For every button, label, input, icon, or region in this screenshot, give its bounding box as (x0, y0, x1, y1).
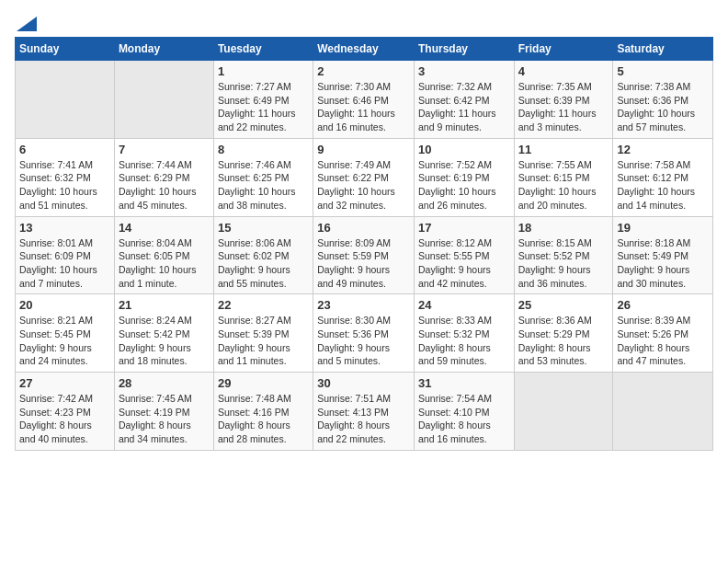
day-cell: 12Sunrise: 7:58 AM Sunset: 6:12 PM Dayli… (613, 138, 713, 216)
day-number: 21 (119, 298, 210, 312)
day-info: Sunrise: 8:39 AM Sunset: 5:26 PM Dayligh… (617, 314, 709, 368)
day-cell: 9Sunrise: 7:49 AM Sunset: 6:22 PM Daylig… (313, 138, 415, 216)
logo-icon (17, 17, 37, 31)
page-header (15, 15, 713, 28)
day-info: Sunrise: 8:36 AM Sunset: 5:29 PM Dayligh… (518, 314, 609, 368)
day-number: 18 (518, 221, 609, 235)
day-cell: 4Sunrise: 7:35 AM Sunset: 6:39 PM Daylig… (514, 61, 613, 139)
day-info: Sunrise: 7:52 AM Sunset: 6:19 PM Dayligh… (418, 158, 510, 213)
logo (15, 15, 37, 28)
day-info: Sunrise: 8:30 AM Sunset: 5:36 PM Dayligh… (317, 314, 410, 368)
day-info: Sunrise: 7:30 AM Sunset: 6:46 PM Dayligh… (317, 80, 410, 134)
day-info: Sunrise: 7:38 AM Sunset: 6:36 PM Dayligh… (617, 80, 709, 134)
day-cell: 8Sunrise: 7:46 AM Sunset: 6:25 PM Daylig… (213, 138, 313, 216)
day-number: 5 (617, 64, 709, 78)
col-header-monday: Monday (114, 38, 213, 61)
day-info: Sunrise: 7:55 AM Sunset: 6:15 PM Dayligh… (518, 158, 609, 213)
day-cell (16, 61, 115, 139)
day-info: Sunrise: 7:45 AM Sunset: 4:19 PM Dayligh… (119, 392, 210, 446)
week-row-2: 6Sunrise: 7:41 AM Sunset: 6:32 PM Daylig… (16, 138, 713, 216)
day-info: Sunrise: 7:58 AM Sunset: 6:12 PM Dayligh… (617, 158, 709, 213)
day-info: Sunrise: 8:18 AM Sunset: 5:49 PM Dayligh… (617, 236, 709, 291)
day-info: Sunrise: 7:41 AM Sunset: 6:32 PM Dayligh… (19, 158, 110, 213)
day-cell: 6Sunrise: 7:41 AM Sunset: 6:32 PM Daylig… (16, 138, 115, 216)
day-number: 11 (518, 143, 609, 156)
day-cell: 7Sunrise: 7:44 AM Sunset: 6:29 PM Daylig… (114, 138, 213, 216)
day-number: 25 (518, 298, 609, 312)
day-number: 13 (19, 221, 110, 235)
day-info: Sunrise: 8:24 AM Sunset: 5:42 PM Dayligh… (119, 314, 210, 368)
day-info: Sunrise: 7:35 AM Sunset: 6:39 PM Dayligh… (518, 80, 609, 134)
day-info: Sunrise: 7:54 AM Sunset: 4:10 PM Dayligh… (418, 392, 510, 446)
day-cell (613, 373, 713, 451)
day-info: Sunrise: 7:42 AM Sunset: 4:23 PM Dayligh… (19, 392, 110, 446)
day-cell: 26Sunrise: 8:39 AM Sunset: 5:26 PM Dayli… (613, 294, 713, 373)
day-number: 10 (418, 143, 510, 156)
day-cell: 15Sunrise: 8:06 AM Sunset: 6:02 PM Dayli… (213, 216, 313, 294)
col-header-sunday: Sunday (16, 38, 115, 61)
day-info: Sunrise: 7:44 AM Sunset: 6:29 PM Dayligh… (119, 158, 210, 213)
day-number: 12 (617, 143, 709, 156)
day-info: Sunrise: 7:27 AM Sunset: 6:49 PM Dayligh… (218, 80, 309, 134)
day-info: Sunrise: 8:21 AM Sunset: 5:45 PM Dayligh… (19, 314, 110, 368)
day-info: Sunrise: 8:04 AM Sunset: 6:05 PM Dayligh… (119, 236, 210, 291)
week-row-1: 1Sunrise: 7:27 AM Sunset: 6:49 PM Daylig… (16, 61, 713, 139)
day-number: 22 (218, 298, 309, 312)
day-info: Sunrise: 7:51 AM Sunset: 4:13 PM Dayligh… (317, 392, 410, 446)
day-info: Sunrise: 7:46 AM Sunset: 6:25 PM Dayligh… (218, 158, 309, 213)
day-number: 24 (418, 298, 510, 312)
day-number: 16 (317, 221, 410, 235)
day-info: Sunrise: 8:01 AM Sunset: 6:09 PM Dayligh… (19, 236, 110, 291)
day-number: 26 (617, 298, 709, 312)
day-cell (114, 61, 213, 139)
calendar-table: SundayMondayTuesdayWednesdayThursdayFrid… (15, 37, 713, 451)
day-cell: 3Sunrise: 7:32 AM Sunset: 6:42 PM Daylig… (414, 61, 514, 139)
day-cell: 10Sunrise: 7:52 AM Sunset: 6:19 PM Dayli… (414, 138, 514, 216)
day-cell: 11Sunrise: 7:55 AM Sunset: 6:15 PM Dayli… (514, 138, 613, 216)
day-number: 19 (617, 221, 709, 235)
day-number: 20 (19, 298, 110, 312)
svg-marker-0 (17, 17, 37, 31)
day-number: 3 (418, 64, 510, 78)
day-number: 27 (19, 376, 110, 390)
day-number: 23 (317, 298, 410, 312)
day-info: Sunrise: 8:12 AM Sunset: 5:55 PM Dayligh… (418, 236, 510, 291)
day-cell: 28Sunrise: 7:45 AM Sunset: 4:19 PM Dayli… (114, 373, 213, 451)
col-header-tuesday: Tuesday (213, 38, 313, 61)
day-cell: 19Sunrise: 8:18 AM Sunset: 5:49 PM Dayli… (613, 216, 713, 294)
day-info: Sunrise: 7:49 AM Sunset: 6:22 PM Dayligh… (317, 158, 410, 213)
day-cell: 13Sunrise: 8:01 AM Sunset: 6:09 PM Dayli… (16, 216, 115, 294)
day-info: Sunrise: 8:27 AM Sunset: 5:39 PM Dayligh… (218, 314, 309, 368)
day-cell: 25Sunrise: 8:36 AM Sunset: 5:29 PM Dayli… (514, 294, 613, 373)
day-cell: 23Sunrise: 8:30 AM Sunset: 5:36 PM Dayli… (313, 294, 415, 373)
day-cell: 16Sunrise: 8:09 AM Sunset: 5:59 PM Dayli… (313, 216, 415, 294)
col-header-wednesday: Wednesday (313, 38, 415, 61)
day-number: 14 (119, 221, 210, 235)
day-cell: 24Sunrise: 8:33 AM Sunset: 5:32 PM Dayli… (414, 294, 514, 373)
day-number: 31 (418, 376, 510, 390)
day-cell: 1Sunrise: 7:27 AM Sunset: 6:49 PM Daylig… (213, 61, 313, 139)
day-number: 28 (119, 376, 210, 390)
day-number: 29 (218, 376, 309, 390)
day-cell: 29Sunrise: 7:48 AM Sunset: 4:16 PM Dayli… (213, 373, 313, 451)
day-cell: 17Sunrise: 8:12 AM Sunset: 5:55 PM Dayli… (414, 216, 514, 294)
day-info: Sunrise: 8:09 AM Sunset: 5:59 PM Dayligh… (317, 236, 410, 291)
day-number: 9 (317, 143, 410, 156)
week-row-5: 27Sunrise: 7:42 AM Sunset: 4:23 PM Dayli… (16, 373, 713, 451)
day-number: 8 (218, 143, 309, 156)
day-cell: 27Sunrise: 7:42 AM Sunset: 4:23 PM Dayli… (16, 373, 115, 451)
day-number: 30 (317, 376, 410, 390)
day-number: 4 (518, 64, 609, 78)
col-header-saturday: Saturday (613, 38, 713, 61)
day-cell: 30Sunrise: 7:51 AM Sunset: 4:13 PM Dayli… (313, 373, 415, 451)
day-cell: 21Sunrise: 8:24 AM Sunset: 5:42 PM Dayli… (114, 294, 213, 373)
day-cell (514, 373, 613, 451)
day-number: 1 (218, 64, 309, 78)
day-cell: 5Sunrise: 7:38 AM Sunset: 6:36 PM Daylig… (613, 61, 713, 139)
day-number: 7 (119, 143, 210, 156)
week-row-4: 20Sunrise: 8:21 AM Sunset: 5:45 PM Dayli… (16, 294, 713, 373)
day-info: Sunrise: 8:15 AM Sunset: 5:52 PM Dayligh… (518, 236, 609, 291)
week-row-3: 13Sunrise: 8:01 AM Sunset: 6:09 PM Dayli… (16, 216, 713, 294)
col-header-thursday: Thursday (414, 38, 514, 61)
day-cell: 18Sunrise: 8:15 AM Sunset: 5:52 PM Dayli… (514, 216, 613, 294)
